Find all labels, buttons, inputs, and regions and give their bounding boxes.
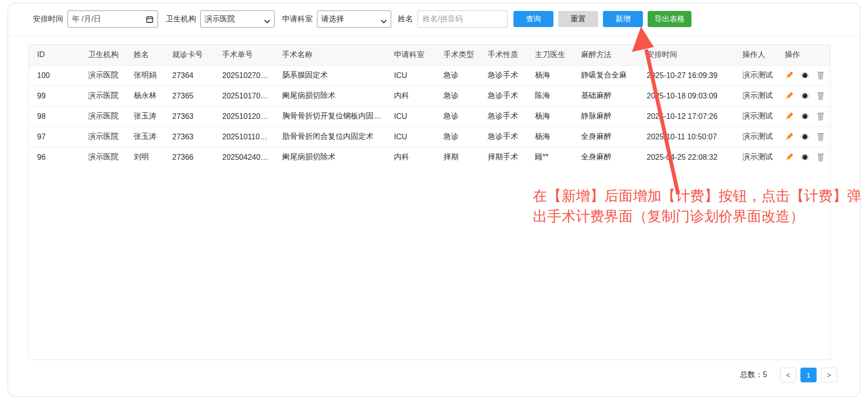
cell-surgery: 肋骨骨折闭合复位内固定术 <box>274 127 385 147</box>
table-row: 99演示医院杨永林27365202510170001阑尾病损切除术内科急诊急诊手… <box>29 86 830 106</box>
chevron-down-icon <box>381 17 387 21</box>
surgery-table: ID卫生机构姓名就诊卡号手术单号手术名称申请科室手术类型手术性质主刀医生麻醉方法… <box>29 45 830 167</box>
cell-operator: 演示测试 <box>734 106 776 127</box>
cell-type: 急诊 <box>435 106 479 127</box>
cell-time: 2025-10-27 16:09:39 <box>638 65 734 86</box>
cell-type: 急诊 <box>435 86 479 106</box>
cell-surgery: 肠系膜固定术 <box>274 65 385 86</box>
cell-type: 择期 <box>435 147 479 167</box>
column-header-13: 操作 <box>776 45 830 65</box>
cell-nature: 急诊手术 <box>479 106 526 127</box>
delete-trash-icon[interactable] <box>816 112 825 121</box>
name-label: 姓名 <box>398 14 413 24</box>
view-eye-icon[interactable] <box>800 91 809 100</box>
column-header-6: 申请科室 <box>385 45 435 65</box>
cell-time: 2025-04-25 22:08:32 <box>638 147 734 167</box>
cell-card: 27365 <box>164 86 214 106</box>
cell-anesthesia: 基础麻醉 <box>572 86 638 106</box>
cell-dept: ICU <box>385 127 435 147</box>
prev-page-button[interactable]: < <box>780 368 796 382</box>
column-header-11: 安排时间 <box>638 45 734 65</box>
column-header-5: 手术名称 <box>274 45 385 65</box>
cell-actions <box>776 147 830 167</box>
dept-select-value: 请选择 <box>321 14 344 24</box>
table-body: 100演示医院张明娟27364202510270001肠系膜固定术ICU急诊急诊… <box>29 65 830 167</box>
cell-org: 演示医院 <box>79 86 125 106</box>
cell-card: 27363 <box>164 127 214 147</box>
view-eye-icon[interactable] <box>800 112 809 121</box>
cell-org: 演示医院 <box>79 127 125 147</box>
name-input[interactable] <box>417 10 508 28</box>
cell-actions <box>776 127 830 147</box>
cell-card: 27363 <box>164 106 214 127</box>
cell-id: 97 <box>29 127 79 147</box>
delete-trash-icon[interactable] <box>816 91 825 100</box>
dept-label: 申请科室 <box>282 14 313 24</box>
view-eye-icon[interactable] <box>800 153 809 162</box>
cell-operator: 演示测试 <box>734 65 776 86</box>
org-select[interactable]: 演示医院 <box>200 10 275 28</box>
edit-pencil-icon[interactable] <box>785 153 794 162</box>
next-page-button[interactable]: > <box>821 368 837 382</box>
table-row: 98演示医院张玉涛27363202510120001胸骨骨折切开复位钢板内固定术… <box>29 106 830 127</box>
dept-select[interactable]: 请选择 <box>317 10 391 28</box>
cell-nature: 急诊手术 <box>479 65 526 86</box>
calendar-icon[interactable] <box>146 15 154 23</box>
schedule-time-label: 安排时间 <box>33 14 63 24</box>
cell-time: 2025-10-11 10:50:07 <box>638 127 734 147</box>
column-header-9: 主刀医生 <box>526 45 572 65</box>
delete-trash-icon[interactable] <box>816 71 825 80</box>
total-value: 5 <box>763 370 767 379</box>
view-eye-icon[interactable] <box>800 132 809 141</box>
table-header-row: ID卫生机构姓名就诊卡号手术单号手术名称申请科室手术类型手术性质主刀医生麻醉方法… <box>29 45 830 65</box>
schedule-date-input[interactable]: 年 /月/日 <box>68 10 158 28</box>
cell-name: 张玉涛 <box>125 127 164 147</box>
annotation-line-1: 在【新增】后面增加【计费】按钮，点击【计费】弹 <box>533 185 868 206</box>
column-header-7: 手术类型 <box>435 45 479 65</box>
cell-doctor: 顾** <box>526 147 572 167</box>
export-button[interactable]: 导出表格 <box>648 11 691 27</box>
cell-name: 张明娟 <box>125 65 164 86</box>
column-header-8: 手术性质 <box>479 45 526 65</box>
cell-dept: ICU <box>385 106 435 127</box>
reset-button[interactable]: 重置 <box>558 11 598 27</box>
view-eye-icon[interactable] <box>800 71 809 80</box>
column-header-10: 麻醉方法 <box>572 45 638 65</box>
edit-pencil-icon[interactable] <box>785 112 794 121</box>
cell-actions <box>776 86 830 106</box>
column-header-4: 手术单号 <box>214 45 274 65</box>
cell-operator: 演示测试 <box>734 86 776 106</box>
total-label: 总数： <box>740 370 763 379</box>
add-button[interactable]: 新增 <box>603 11 643 27</box>
edit-pencil-icon[interactable] <box>785 91 794 100</box>
cell-name: 张玉涛 <box>125 106 164 127</box>
column-header-1: 卫生机构 <box>79 45 125 65</box>
column-header-12: 操作人 <box>734 45 776 65</box>
cell-name: 杨永林 <box>125 86 164 106</box>
cell-time: 2025-10-12 17:07:26 <box>638 106 734 127</box>
table-row: 97演示医院张玉涛27363202510110001肋骨骨折闭合复位内固定术IC… <box>29 127 830 147</box>
cell-surgery: 胸骨骨折切开复位钢板内固定术 <box>274 106 385 127</box>
pagination: 总数：5 < 1 > <box>740 368 837 382</box>
total-count: 总数：5 <box>740 370 767 380</box>
search-button[interactable]: 查询 <box>513 11 553 27</box>
cell-dept: 内科 <box>385 86 435 106</box>
page-1-button[interactable]: 1 <box>800 368 817 382</box>
delete-trash-icon[interactable] <box>816 153 825 162</box>
delete-trash-icon[interactable] <box>816 132 825 141</box>
cell-nature: 急诊手术 <box>479 86 526 106</box>
edit-pencil-icon[interactable] <box>785 71 794 80</box>
cell-org: 演示医院 <box>79 147 125 167</box>
cell-card: 27366 <box>164 147 214 167</box>
column-header-3: 就诊卡号 <box>164 45 214 65</box>
cell-surgery: 阑尾病损切除术 <box>274 147 385 167</box>
cell-order: 202510170001 <box>214 86 274 106</box>
org-label: 卫生机构 <box>166 14 196 24</box>
cell-anesthesia: 全身麻醉 <box>572 147 638 167</box>
date-value: 年 /月/日 <box>72 14 101 24</box>
cell-order: 202510270001 <box>214 65 274 86</box>
edit-pencil-icon[interactable] <box>785 132 794 141</box>
cell-type: 急诊 <box>435 65 479 86</box>
chevron-down-icon <box>264 17 270 21</box>
cell-order: 202510120001 <box>214 106 274 127</box>
